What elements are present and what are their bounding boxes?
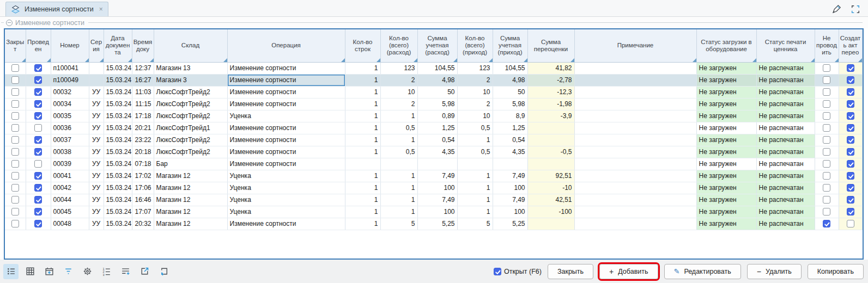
cell-operation[interactable]: Изменение сортности xyxy=(227,98,345,110)
tab-izmeneniya-sortnosti[interactable]: Изменения сортности × xyxy=(5,2,108,16)
open-external-icon[interactable] xyxy=(137,264,152,279)
cell-reval[interactable] xyxy=(527,158,574,170)
cell-create_act[interactable] xyxy=(839,86,862,98)
cell-create_act[interactable] xyxy=(839,134,862,146)
cell-qty_out[interactable]: 123 xyxy=(380,62,417,74)
checkbox-unchecked[interactable] xyxy=(823,184,830,192)
cell-warehouse[interactable]: Магазин 12 xyxy=(154,206,227,218)
column-header-sum_in[interactable]: Сумма учетная (приход) xyxy=(493,29,527,62)
column-header-lines[interactable]: Кол-во строк xyxy=(345,29,380,62)
checkbox-unchecked[interactable] xyxy=(823,208,830,216)
cell-operation[interactable]: Изменение сортности xyxy=(227,62,345,74)
cell-no_post[interactable] xyxy=(815,170,839,182)
cell-print_status[interactable]: Не распечатан xyxy=(756,194,815,206)
cell-no_post[interactable] xyxy=(815,98,839,110)
cell-create_act[interactable] xyxy=(839,122,862,134)
checkbox-unchecked[interactable] xyxy=(11,148,19,156)
cell-no_post[interactable] xyxy=(815,182,839,194)
cell-qty_in[interactable]: 0,5 xyxy=(457,122,493,134)
cell-sum_out[interactable]: 4,98 xyxy=(417,74,457,86)
checkbox-checked[interactable] xyxy=(847,184,854,192)
cell-lines[interactable]: 1 xyxy=(345,86,380,98)
checkbox-unchecked[interactable] xyxy=(11,88,19,96)
cell-posted[interactable] xyxy=(26,182,51,194)
cell-doc_time[interactable]: 12:37 xyxy=(132,62,154,74)
table-row[interactable]: п10004115.03.2412:37Магазин 13Изменение … xyxy=(5,62,862,74)
table-row[interactable]: 00037УУ15.03.2423:22ЛюксСофтТрейд2Измене… xyxy=(5,134,862,146)
cell-qty_out[interactable]: 0,5 xyxy=(380,146,417,158)
column-header-note[interactable]: Примечание xyxy=(574,29,696,62)
cell-closed[interactable] xyxy=(5,86,26,98)
cell-doc_date[interactable]: 15.03.24 xyxy=(104,86,132,98)
checkbox-checked[interactable] xyxy=(847,208,854,216)
cell-lines[interactable]: 1 xyxy=(345,218,380,230)
cell-closed[interactable] xyxy=(5,62,26,74)
cell-sum_in[interactable] xyxy=(493,158,527,170)
cell-doc_time[interactable]: 11:03 xyxy=(132,86,154,98)
checkbox-checked[interactable] xyxy=(34,76,42,84)
cell-load_status[interactable]: Не загружен xyxy=(696,62,756,74)
cell-note[interactable] xyxy=(574,74,696,86)
cell-create_act[interactable] xyxy=(839,74,862,86)
cell-doc_date[interactable]: 15.03.24 xyxy=(104,158,132,170)
checkbox-checked[interactable] xyxy=(847,196,854,204)
checkbox-unchecked[interactable] xyxy=(11,220,19,227)
checkbox-checked[interactable] xyxy=(34,136,42,144)
cell-doc_date[interactable]: 15.03.24 xyxy=(104,74,132,86)
cell-qty_out[interactable]: 1 xyxy=(380,170,417,182)
cell-load_status[interactable]: Не загружен xyxy=(696,170,756,182)
cell-qty_out[interactable]: 10 xyxy=(380,86,417,98)
cell-qty_in[interactable]: 1 xyxy=(457,206,493,218)
cell-posted[interactable] xyxy=(26,74,51,86)
cell-number[interactable]: п100049 xyxy=(51,74,89,86)
column-header-qty_out[interactable]: Кол-во (всего) (расход) xyxy=(380,29,417,62)
checkbox-unchecked[interactable] xyxy=(11,124,19,132)
cell-qty_in[interactable]: 5 xyxy=(457,218,493,230)
cell-posted[interactable] xyxy=(26,146,51,158)
cell-series[interactable]: УУ xyxy=(89,158,104,170)
cell-posted[interactable] xyxy=(26,122,51,134)
cell-closed[interactable] xyxy=(5,110,26,122)
cell-series[interactable]: УУ xyxy=(89,86,104,98)
cell-posted[interactable] xyxy=(26,62,51,74)
table-row[interactable]: 00036УУ15.03.2420:21ЛюксСофтТрейд1Измене… xyxy=(5,122,862,134)
cell-sum_in[interactable]: 8,9 xyxy=(493,110,527,122)
cell-qty_out[interactable]: 1 xyxy=(380,110,417,122)
close-button[interactable]: Закрыть xyxy=(548,264,593,279)
cell-warehouse[interactable]: ЛюксСофтТрейд2 xyxy=(154,134,227,146)
cell-closed[interactable] xyxy=(5,170,26,182)
cell-reval[interactable]: -2,78 xyxy=(527,74,574,86)
column-header-doc_time[interactable]: Время доку xyxy=(132,29,154,62)
cell-print_status[interactable]: Не распечатан xyxy=(756,182,815,194)
cell-doc_time[interactable]: 16:46 xyxy=(132,194,154,206)
table-row[interactable]: 00034УУ15.03.2411:15ЛюксСофтТрейд2Измене… xyxy=(5,98,862,110)
cell-no_post[interactable] xyxy=(815,218,839,230)
cell-series[interactable]: УУ xyxy=(89,98,104,110)
column-header-sum_out[interactable]: Сумма учетная (расход) xyxy=(417,29,457,62)
cell-note[interactable] xyxy=(574,182,696,194)
cell-series[interactable]: УУ xyxy=(89,170,104,182)
cell-create_act[interactable] xyxy=(839,206,862,218)
cell-doc_time[interactable]: 17:18 xyxy=(132,110,154,122)
checkbox-unchecked[interactable] xyxy=(823,88,830,96)
cell-print_status[interactable]: Не распечатан xyxy=(756,62,815,74)
cell-note[interactable] xyxy=(574,134,696,146)
collapse-minus-icon[interactable] xyxy=(6,20,13,26)
checkbox-checked[interactable] xyxy=(34,64,42,72)
cell-create_act[interactable] xyxy=(839,158,862,170)
cell-doc_time[interactable]: 23:22 xyxy=(132,134,154,146)
cell-sum_out[interactable]: 7,49 xyxy=(417,170,457,182)
cell-no_post[interactable] xyxy=(815,110,839,122)
cell-no_post[interactable] xyxy=(815,122,839,134)
cell-operation[interactable]: Изменение сортности xyxy=(227,86,345,98)
cell-posted[interactable] xyxy=(26,206,51,218)
cell-doc_date[interactable]: 15.03.24 xyxy=(104,146,132,158)
cell-operation[interactable]: Изменение сортности xyxy=(227,74,345,86)
cell-note[interactable] xyxy=(574,158,696,170)
reload-icon[interactable] xyxy=(156,264,171,279)
column-header-warehouse[interactable]: Склад xyxy=(154,29,227,62)
cell-sum_in[interactable]: 5,98 xyxy=(493,98,527,110)
numbered-list-icon[interactable]: 123 xyxy=(99,264,114,279)
cell-qty_out[interactable]: 2 xyxy=(380,74,417,86)
cell-doc_date[interactable]: 15.03.24 xyxy=(104,110,132,122)
